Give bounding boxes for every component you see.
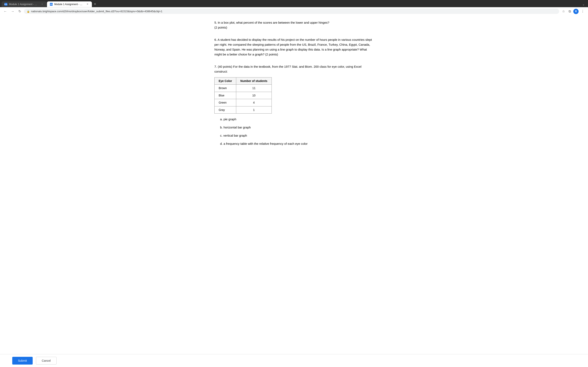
question-7-block: 7. (40 points) For the data in the textb… bbox=[214, 64, 374, 146]
option-d: d. a frequency table with the relative f… bbox=[220, 141, 374, 146]
tab-1-favicon: D2L bbox=[4, 3, 7, 6]
reload-button[interactable]: ↻ bbox=[17, 8, 22, 14]
count-gray: 1 bbox=[236, 106, 272, 113]
tab-1[interactable]: D2L Module 1 Assignment - CSC2 ✕ bbox=[2, 1, 47, 7]
tab-1-title: Module 1 Assignment - CSC2 bbox=[9, 3, 39, 6]
star-button[interactable]: ☆ bbox=[561, 8, 566, 14]
option-a-label: a. bbox=[220, 117, 223, 121]
url-text: nationalu.brightspace.com/d2l/lms/dropbo… bbox=[31, 10, 556, 13]
eye-color-brown: Brown bbox=[215, 85, 236, 92]
forward-button[interactable]: → bbox=[10, 9, 16, 14]
option-d-label: d. bbox=[220, 142, 223, 145]
tab-2-favicon: D2L bbox=[50, 3, 53, 6]
eye-color-blue: Blue bbox=[215, 92, 236, 99]
table-row: Blue 10 bbox=[215, 92, 272, 99]
browser-chrome: D2L Module 1 Assignment - CSC2 ✕ D2L Mod… bbox=[0, 0, 588, 15]
extensions-button[interactable]: ⧉ bbox=[567, 9, 572, 14]
toolbar-right: ☆ ⧉ R ⋮ bbox=[561, 8, 586, 14]
option-b-text: horizontal bar graph bbox=[224, 125, 251, 129]
question-6-points: (2 points) bbox=[265, 53, 278, 56]
question-7-number: 7. bbox=[214, 65, 217, 68]
table-row: Green 4 bbox=[215, 99, 272, 106]
option-a: a. pie graph bbox=[220, 117, 374, 122]
eye-color-green: Green bbox=[215, 99, 236, 106]
eye-color-gray: Gray bbox=[215, 106, 236, 113]
tab-2[interactable]: D2L Module 1 Assignment - CSC2 ✕ bbox=[47, 1, 92, 7]
count-brown: 11 bbox=[236, 85, 272, 92]
tab-1-close[interactable]: ✕ bbox=[40, 3, 44, 6]
question-7-text: For the data in the textbook, from the 1… bbox=[214, 65, 361, 73]
page-content: 5. In a box plot, what percent of the sc… bbox=[202, 15, 386, 162]
tab-2-close[interactable]: ✕ bbox=[86, 3, 89, 6]
tab-bar: D2L Module 1 Assignment - CSC2 ✕ D2L Mod… bbox=[0, 0, 588, 7]
question-6-number: 6. bbox=[214, 38, 217, 42]
table-header-students: Number of students bbox=[236, 77, 272, 85]
question-5-points: (2 points) bbox=[214, 26, 227, 29]
count-green: 4 bbox=[236, 99, 272, 106]
eye-color-table: Eye Color Number of students Brown 11 Bl… bbox=[214, 77, 272, 114]
answer-options: a. pie graph b. horizontal bar graph c. … bbox=[214, 117, 374, 146]
menu-button[interactable]: ⋮ bbox=[580, 8, 586, 14]
option-d-text: a frequency table with the relative freq… bbox=[224, 142, 308, 145]
option-a-text: pie graph bbox=[224, 117, 236, 121]
question-5-block: 5. In a box plot, what percent of the sc… bbox=[214, 20, 374, 30]
option-c: c. vertical bar graph bbox=[220, 133, 374, 138]
question-7-points-label: (40 points) bbox=[218, 65, 232, 68]
option-c-label: c. bbox=[220, 134, 223, 137]
option-b-label: b. bbox=[220, 125, 223, 129]
profile-avatar[interactable]: R bbox=[573, 9, 579, 14]
option-b: b. horizontal bar graph bbox=[220, 125, 374, 130]
address-bar: ← → ↻ 🔒 nationalu.brightspace.com/d2l/lm… bbox=[0, 7, 588, 15]
table-header-eye-color: Eye Color bbox=[215, 77, 236, 85]
lock-icon: 🔒 bbox=[27, 10, 30, 13]
table-row: Brown 11 bbox=[215, 85, 272, 92]
count-blue: 10 bbox=[236, 92, 272, 99]
new-tab-button[interactable]: + bbox=[92, 1, 98, 7]
question-6-block: 6. A student has decided to display the … bbox=[214, 37, 374, 57]
tab-2-title: Module 1 Assignment - CSC2 bbox=[54, 3, 84, 6]
tab-overflow-button[interactable]: ⌄ bbox=[581, 2, 586, 7]
table-row: Gray 1 bbox=[215, 106, 272, 113]
question-5-number: 5. bbox=[214, 21, 217, 24]
url-bar[interactable]: 🔒 nationalu.brightspace.com/d2l/lms/drop… bbox=[24, 9, 559, 14]
question-6-text: A student has decided to display the res… bbox=[214, 38, 372, 56]
question-7-intro: 7. (40 points) For the data in the textb… bbox=[214, 64, 374, 74]
back-button[interactable]: ← bbox=[2, 9, 8, 14]
question-5-text: In a box plot, what percent of the score… bbox=[218, 21, 329, 24]
option-c-text: vertical bar graph bbox=[223, 134, 247, 137]
